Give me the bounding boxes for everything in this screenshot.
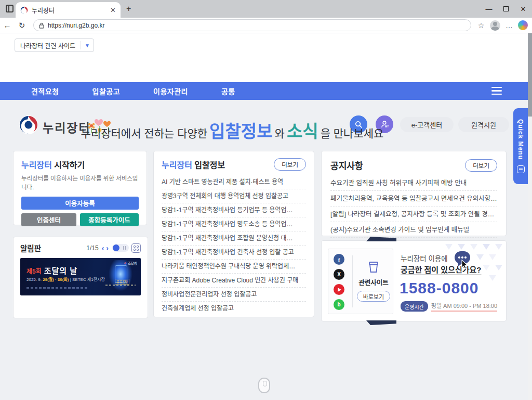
page-top-strip: 나라장터 관련 사이트 ▼ 로그인 인증센터	[0, 33, 532, 56]
getting-started-description: 누리장터를 이용하시는 이용자를 위한 서비스입니다.	[21, 174, 139, 191]
banner-event-name: 조달의 날	[44, 265, 77, 276]
bid-item[interactable]: AI 기반 스마트 영농관리 제품 설치·테스트 용역	[162, 175, 306, 189]
bid-item[interactable]: 당감1-1구역 재건축정비사업 건축사 선정 입찰 공고	[162, 246, 306, 260]
notice-item[interactable]: [알림] 나라장터 결제요청, 공지사항 등록 및 조회가 안될 경…	[330, 207, 497, 222]
hero-middle: 와	[275, 125, 285, 140]
related-sites-go-button[interactable]: 바로보기	[357, 291, 390, 302]
hours-text: 평일 AM 09:00 - PM 18:00	[431, 301, 497, 312]
notice-item[interactable]: (공지)수요기관 소속변경 가이드 및 업무인계 매뉴얼	[330, 222, 497, 238]
board-page-indicator: 1/15	[86, 244, 98, 252]
user-register-button[interactable]: 이용자등록	[21, 197, 139, 210]
notice-item[interactable]: 폐기물처리용역, 교육용역 등 입찰공고시 면세요건 유의사항…	[330, 191, 497, 207]
notice-list: 수요기관 임직원 사칭 허위구매 사기피해 예방 안내 폐기물처리용역, 교육용…	[322, 175, 506, 238]
board-prev-icon[interactable]: ‹	[101, 244, 105, 252]
hero-prefix: 누리장터에서 전하는 다양한	[81, 125, 208, 140]
contact-phone-number: 1588-0800	[400, 279, 478, 297]
x-twitter-icon[interactable]: X	[334, 269, 344, 280]
ribbon-fold-bottom	[366, 320, 396, 325]
facebook-icon[interactable]: f	[334, 254, 344, 265]
getting-started-title: 누리장터 시작하기	[21, 158, 139, 171]
bid-item[interactable]: 지구촌교회 Adobe Creative Cloud 연간 사용권 구매	[162, 274, 306, 288]
copilot-icon[interactable]	[518, 20, 528, 30]
registration-guide-button[interactable]: 종합등록가이드	[80, 213, 139, 226]
chevron-down-icon: ▼	[81, 43, 94, 48]
bid-item[interactable]: 당감1-1구역 재건축정비사업 등기업무 등 용역업…	[162, 203, 306, 217]
site-header: 누리장터 MY e-고객센터 원격지원	[0, 56, 532, 82]
board-grid-view-icon[interactable]	[131, 243, 141, 253]
tab-actions-icon[interactable]	[6, 5, 14, 12]
window-minimize-button[interactable]: —	[480, 0, 498, 18]
notice-card: 공지사항 더보기 수요기관 임직원 사칭 허위구매 사기피해 예방 안내 폐기물…	[321, 151, 507, 236]
contact-question-line1: 누리장터 이용에	[401, 253, 448, 263]
notice-item[interactable]: 수요기관 임직원 사칭 허위구매 사기피해 예방 안내	[330, 175, 497, 191]
hero-heading: 누리장터에서 전하는 다양한 입찰정보 와 소식 을 만나보세요	[0, 118, 532, 143]
bid-item[interactable]: 당감1-1구역 재건축정비사업 명도소송 등 용역업…	[162, 217, 306, 231]
window-maximize-button[interactable]	[497, 0, 515, 18]
banner-date: 2025. 9. 29(월) · 30(화) | SETEC 제1전시장	[26, 276, 105, 282]
related-sites-label: 관련사이트	[358, 277, 389, 287]
bid-item[interactable]: 정비사업전문관리업자 선정 입찰공고	[162, 288, 306, 302]
blog-icon[interactable]: b	[334, 299, 344, 310]
refresh-icon[interactable]: ↻	[15, 21, 29, 30]
close-tab-icon[interactable]: ✕	[110, 6, 116, 14]
board-next-icon[interactable]: ›	[105, 244, 110, 252]
youtube-icon[interactable]	[334, 284, 344, 295]
favicon-korea-gov-icon	[20, 6, 28, 14]
quick-menu-label: Quick Menu	[517, 119, 524, 160]
menu-ellipsis-icon[interactable]: …	[502, 21, 516, 30]
mouse-cursor	[461, 260, 470, 269]
url-bar[interactable]: https://nuri.g2b.go.kr	[33, 19, 471, 31]
announcement-board-card: 알림판 1/15 ‹ › 조달청 제5회 조달의 날 2025. 9. 29(월…	[13, 237, 148, 318]
hours-badge: 운영시간	[401, 301, 428, 312]
tab-title: 누리장터	[32, 6, 107, 15]
scroll-mouse-icon	[258, 378, 270, 393]
nav-item-bid-notice[interactable]: 입찰공고	[92, 86, 121, 96]
quick-menu[interactable]: Quick Menu	[513, 108, 528, 184]
notice-more-button[interactable]: 더보기	[465, 159, 497, 172]
procurement-day-banner[interactable]: 조달청 제5회 조달의 날 2025. 9. 29(월) · 30(화) | S…	[20, 258, 141, 295]
notice-title: 공지사항	[330, 159, 363, 172]
cert-center-card-button[interactable]: 인증센터	[21, 213, 76, 226]
related-sites-select[interactable]: 나라장터 관련 사이트 ▼	[15, 38, 94, 52]
bid-item[interactable]: 나라키움 태안정책연수원 구내식당 운영 위탁업체…	[162, 260, 306, 274]
board-title: 알림판	[20, 242, 86, 253]
scrollbar-thumb[interactable]	[528, 33, 532, 117]
bid-info-more-button[interactable]: 더보기	[274, 158, 306, 171]
banner-caption-line	[26, 287, 88, 289]
related-sites-basket-icon	[367, 261, 380, 274]
banner-slogan-line	[105, 285, 136, 286]
new-tab-icon[interactable]: +	[126, 4, 131, 14]
bid-item[interactable]: 광명3구역 전체회의 대행 용역업체 선정 입찰공고	[162, 189, 306, 203]
contact-card: f X b 관련사이트 바로보기 누리장터 이용에 궁금한 점이 있으신가요? …	[321, 240, 507, 321]
bid-info-title: 누리장터 입찰정보	[162, 158, 225, 171]
board-autoplay-toggle[interactable]	[112, 244, 129, 252]
profile-avatar[interactable]	[490, 20, 500, 31]
bid-item[interactable]: 당감1-1구역 재건축정비사업 조합원 분양신청 대…	[162, 231, 306, 246]
banner-portal-graphic	[109, 260, 132, 291]
back-icon[interactable]: ←	[0, 21, 15, 30]
nav-item-common[interactable]: 공통	[221, 86, 235, 96]
hamburger-menu-icon[interactable]	[491, 87, 502, 95]
banner-portal-badge: 공공조달	[115, 279, 129, 285]
getting-started-card: 누리장터 시작하기 누리장터를 이용하시는 이용자를 위한 서비스입니다. 이용…	[13, 151, 147, 225]
hero-suffix: 을 만나보세요	[321, 125, 384, 140]
main-nav: 견적요청 입찰공고 이용자관리 공통	[0, 82, 532, 100]
browser-tab[interactable]: 누리장터 ✕	[16, 2, 121, 18]
social-links: f X b	[334, 254, 344, 310]
window-close-button[interactable]: ✕	[514, 0, 532, 18]
operating-hours: 운영시간 평일 AM 09:00 - PM 18:00	[401, 301, 497, 312]
related-sites-box: f X b 관련사이트 바로보기	[328, 249, 393, 314]
quick-menu-collapse-button[interactable]	[517, 165, 525, 173]
banner-edition: 제5회	[26, 266, 42, 275]
bid-list: AI 기반 스마트 영농관리 제품 설치·테스트 용역 광명3구역 전체회의 대…	[154, 175, 314, 316]
browser-titlebar: 누리장터 ✕ + — ✕	[0, 0, 532, 18]
nav-item-user-management[interactable]: 이용자관리	[153, 86, 188, 96]
bookmark-star-icon[interactable]: ☆	[474, 21, 488, 30]
related-sites-select-value: 나라장터 관련 사이트	[15, 41, 81, 50]
bid-info-card: 누리장터 입찰정보 더보기 AI 기반 스마트 영농관리 제품 설치·테스트 용…	[153, 151, 314, 317]
browser-window: 누리장터 ✕ + — ✕ ← ↻ https://nuri.g2b.go.kr …	[0, 0, 532, 400]
nav-item-quote-request[interactable]: 견적요청	[31, 86, 59, 96]
bid-item[interactable]: 건축설계업체 선정 입찰공고	[162, 302, 306, 316]
url-text: https://nuri.g2b.go.kr	[48, 22, 104, 29]
hero-highlight-news: 소식	[287, 118, 318, 143]
